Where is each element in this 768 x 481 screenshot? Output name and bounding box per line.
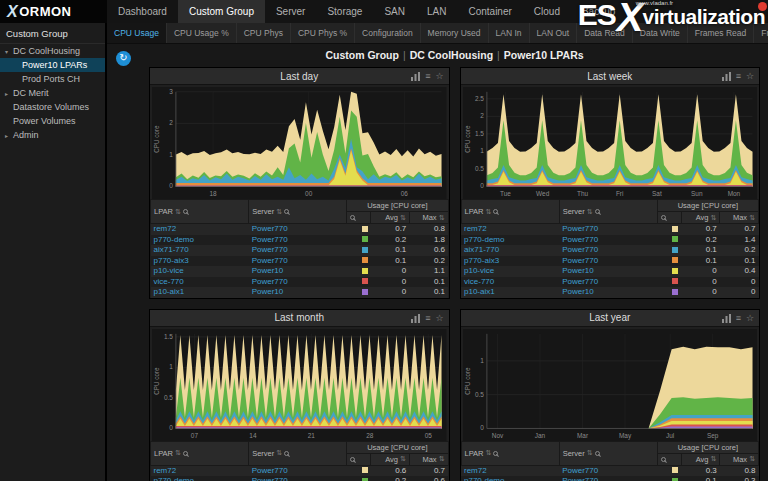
server-link[interactable]: Power770 (562, 245, 598, 254)
server-link[interactable]: Power770 (562, 235, 598, 244)
tab-cloud[interactable]: Cloud (523, 0, 571, 23)
server-link[interactable]: Power10 (562, 266, 594, 275)
subtab-lan-out[interactable]: LAN Out (530, 23, 578, 43)
caret-down-icon[interactable]: ▾ (3, 48, 10, 55)
subtab-frames-read[interactable]: Frames Read (688, 23, 755, 43)
search-icon[interactable] (661, 457, 666, 462)
lpar-link[interactable]: p770-aix3 (464, 256, 499, 265)
chart-type-icon[interactable] (411, 314, 420, 323)
subtab-lan-in[interactable]: LAN In (489, 23, 530, 43)
sort-icon[interactable]: ⇅ (749, 455, 755, 463)
server-link[interactable]: Power770 (252, 235, 288, 244)
lpar-link[interactable]: p10-aix1 (154, 287, 185, 296)
subtab-data-read[interactable]: Data Read (577, 23, 633, 43)
subtab-data-write[interactable]: Data Write (633, 23, 688, 43)
lpar-link[interactable]: p10-vice (154, 266, 184, 275)
sort-icon[interactable]: ⇅ (486, 449, 492, 457)
subtab-cpu-phys[interactable]: CPU Phys (237, 23, 291, 43)
menu-icon[interactable]: ≡ (425, 314, 430, 323)
sort-icon[interactable]: ⇅ (175, 449, 181, 457)
server-link[interactable]: Power770 (562, 466, 598, 475)
sidebar-item-dc-coolhousing[interactable]: ▾DC CoolHousing (0, 44, 105, 58)
search-icon[interactable] (595, 451, 600, 456)
usage-chart[interactable]: 0.511.522.50TueWedThuFriSatSunMonCPU cor… (463, 87, 758, 199)
search-icon[interactable] (350, 457, 355, 462)
sort-icon[interactable]: ⇅ (276, 449, 282, 457)
menu-icon[interactable]: ≡ (736, 72, 741, 81)
tab-backup[interactable]: Backup (571, 0, 626, 23)
lpar-link[interactable]: aix71-770 (464, 245, 499, 254)
sort-icon[interactable]: ⇅ (439, 214, 445, 222)
lpar-link[interactable]: p770-demo (464, 476, 504, 481)
sidebar-item-admin[interactable]: ▸Admin (0, 128, 105, 142)
tab-lan[interactable]: LAN (416, 0, 457, 23)
server-link[interactable]: Power10 (252, 266, 284, 275)
sort-icon[interactable]: ⇅ (400, 455, 406, 463)
server-link[interactable]: Power770 (562, 476, 598, 481)
search-icon[interactable] (183, 451, 188, 456)
server-link[interactable]: Power770 (252, 256, 288, 265)
search-icon[interactable] (284, 451, 289, 456)
server-link[interactable]: Power770 (252, 476, 288, 481)
lpar-link[interactable]: p770-demo (154, 235, 194, 244)
sort-icon[interactable]: ⇅ (486, 208, 492, 216)
lpar-link[interactable]: vice-770 (154, 277, 184, 286)
chart-type-icon[interactable] (722, 72, 731, 81)
sort-icon[interactable]: ⇅ (439, 455, 445, 463)
sort-icon[interactable]: ⇅ (710, 455, 716, 463)
search-icon[interactable] (661, 215, 666, 220)
usage-chart[interactable]: 0.510NovJanMarMayJulSepCPU core (463, 329, 758, 441)
server-link[interactable]: Power770 (252, 224, 288, 233)
subtab-configuration[interactable]: Configuration (355, 23, 421, 43)
star-icon[interactable]: ☆ (435, 314, 443, 323)
sidebar-item-power10-lpars[interactable]: Power10 LPARs (0, 58, 105, 72)
subtab-cpu-usage[interactable]: CPU Usage (107, 23, 167, 43)
star-icon[interactable]: ☆ (746, 72, 754, 81)
search-icon[interactable] (350, 215, 355, 220)
caret-right-icon[interactable]: ▸ (3, 90, 10, 97)
refresh-button[interactable]: ↻ (116, 51, 131, 66)
star-icon[interactable]: ☆ (435, 72, 443, 81)
sort-icon[interactable]: ⇅ (276, 208, 282, 216)
sidebar-item-prod-ports-ch[interactable]: Prod Ports CH (0, 72, 105, 86)
server-link[interactable]: Power770 (562, 224, 598, 233)
lpar-link[interactable]: p770-demo (464, 235, 504, 244)
sort-icon[interactable]: ⇅ (710, 214, 716, 222)
chart-type-icon[interactable] (411, 72, 420, 81)
server-link[interactable]: Power770 (562, 277, 598, 286)
subtab-frames-write[interactable]: Frames Write (754, 23, 768, 43)
tab-storage[interactable]: Storage (316, 0, 373, 23)
tab-dashboard[interactable]: Dashboard (107, 0, 178, 23)
sort-icon[interactable]: ⇅ (749, 214, 755, 222)
tab-custom-group[interactable]: Custom Group (178, 0, 265, 23)
sort-icon[interactable]: ⇅ (587, 449, 593, 457)
server-link[interactable]: Power770 (252, 466, 288, 475)
server-link[interactable]: Power770 (252, 245, 288, 254)
tab-server[interactable]: Server (265, 0, 316, 23)
subtab-cpu-phys-[interactable]: CPU Phys % (291, 23, 355, 43)
server-link[interactable]: Power10 (252, 287, 284, 296)
lpar-link[interactable]: rem72 (464, 466, 487, 475)
search-icon[interactable] (183, 209, 188, 214)
sort-icon[interactable]: ⇅ (175, 208, 181, 216)
search-icon[interactable] (595, 209, 600, 214)
server-link[interactable]: Power10 (562, 287, 594, 296)
search-icon[interactable] (493, 451, 498, 456)
lpar-link[interactable]: p10-vice (464, 266, 494, 275)
sidebar-item-power-volumes[interactable]: Power Volumes (0, 114, 105, 128)
subtab-cpu-usage-[interactable]: CPU Usage % (167, 23, 237, 43)
lpar-link[interactable]: rem72 (464, 224, 487, 233)
lpar-link[interactable]: p10-aix1 (464, 287, 495, 296)
sidebar-item-dc-merit[interactable]: ▸DC Merit (0, 86, 105, 100)
star-icon[interactable]: ☆ (746, 314, 754, 323)
lpar-link[interactable]: aix71-770 (154, 245, 189, 254)
tab-san[interactable]: SAN (373, 0, 416, 23)
server-link[interactable]: Power770 (252, 277, 288, 286)
sidebar-item-datastore-volumes[interactable]: Datastore Volumes (0, 100, 105, 114)
lpar-link[interactable]: rem72 (154, 224, 177, 233)
menu-icon[interactable]: ≡ (736, 314, 741, 323)
lpar-link[interactable]: p770-aix3 (154, 256, 189, 265)
usage-chart[interactable]: 1230180006CPU core (152, 87, 447, 199)
sort-icon[interactable]: ⇅ (587, 208, 593, 216)
caret-right-icon[interactable]: ▸ (3, 132, 10, 139)
